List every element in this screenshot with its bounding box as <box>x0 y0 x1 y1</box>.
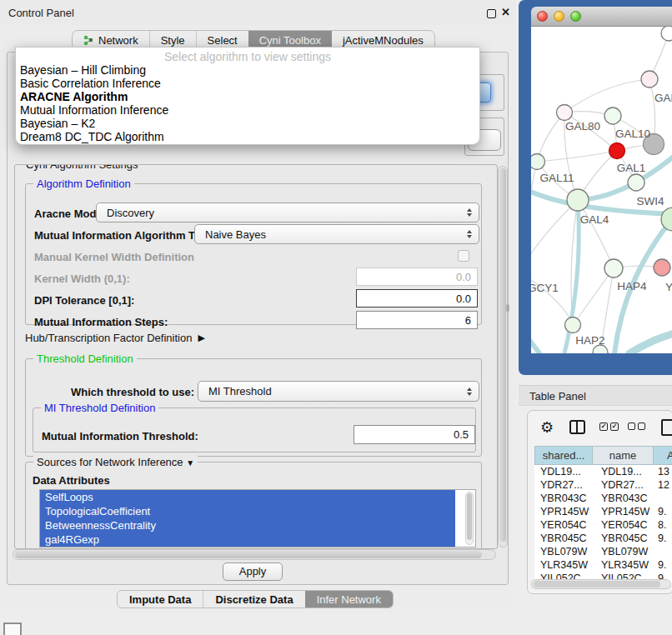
dpi-tolerance-label: DPI Tolerance [0,1]: <box>34 294 134 307</box>
close-icon[interactable]: ✕ <box>501 6 510 18</box>
column-header-shared-name[interactable]: shared... <box>534 446 593 465</box>
network-node-gal1[interactable] <box>628 174 644 191</box>
tab-infer-network[interactable]: Infer Network <box>305 591 393 608</box>
split-columns-icon[interactable] <box>569 420 585 434</box>
tab-label: Network <box>98 34 138 47</box>
which-threshold-select[interactable]: MI Threshold <box>198 381 479 402</box>
table-row[interactable]: YPR145WYPR145W9. <box>534 505 672 518</box>
which-threshold-label: Which threshold to use: <box>71 386 194 398</box>
network-icon <box>83 35 94 46</box>
table-row[interactable]: YLR345WYLR345W9. <box>534 558 672 572</box>
network-thick-edges <box>531 156 672 353</box>
cell-name: YBR043C <box>593 492 654 505</box>
list-item[interactable]: BetweennessCentrality <box>40 518 455 532</box>
gear-icon[interactable]: ⚙ <box>540 418 554 437</box>
scrollbar-thumb[interactable] <box>15 551 482 558</box>
manual-kernel-checkbox[interactable] <box>458 250 469 262</box>
tab-label: Style <box>161 34 185 47</box>
dropdown-item[interactable]: Bayesian – Hill Climbing <box>16 63 479 77</box>
select-all-columns-icon[interactable]: ✓ ✓ <box>599 422 619 431</box>
table-row[interactable]: YBL079WYBL079W <box>534 545 672 558</box>
data-attributes-list[interactable]: SelfLoops TopologicalCoefficient Between… <box>39 489 476 548</box>
table-body: YDL19...YDL19...13 YDR27...YDR27...12 YB… <box>534 465 672 585</box>
split-pane-handle[interactable] <box>506 304 509 312</box>
screenshot-stage: Control Panel ✕ Network Style Select Cyn… <box>0 0 672 635</box>
chevron-down-icon[interactable]: ▼ <box>186 458 194 468</box>
dpi-tolerance-field[interactable]: 0.0 <box>356 289 478 308</box>
list-item[interactable]: gal4RGexp <box>40 532 455 547</box>
tab-discretize-data[interactable]: Discretize Data <box>203 591 304 608</box>
table-row[interactable]: YDL19...YDL19...13 <box>534 465 672 478</box>
kernel-width-field[interactable]: 0.0 <box>356 268 478 286</box>
network-node-gal11[interactable] <box>531 154 545 170</box>
mi-threshold-label: Mutual Information Threshold: <box>42 430 198 442</box>
dropdown-item-list: Bayesian – Hill Climbing Basic Correlati… <box>16 63 479 143</box>
cell-name: YPR145W <box>593 505 654 518</box>
table-row[interactable]: YER054CYER054C8. <box>534 518 672 532</box>
minimized-panel-icon[interactable] <box>3 622 22 635</box>
control-panel-title: Control Panel <box>8 7 74 19</box>
tab-label: Infer Network <box>317 593 381 606</box>
network-node-hap4[interactable] <box>604 259 623 278</box>
dropdown-item[interactable]: Mutual Information Inference <box>16 103 479 117</box>
close-traffic-light-icon[interactable] <box>537 11 548 22</box>
mi-steps-field[interactable]: 6 <box>356 311 478 329</box>
tab-label: Cyni Toolbox <box>259 34 321 47</box>
list-item[interactable]: SelfLoops <box>40 490 455 504</box>
mi-type-value: Naive Bayes <box>195 228 464 241</box>
scrollbar-thumb[interactable] <box>499 168 506 542</box>
network-node-salmon[interactable] <box>654 259 670 276</box>
dropdown-item[interactable]: Dream8 DC_TDC Algorithm <box>16 130 479 143</box>
cell-name: YBR045C <box>593 532 654 545</box>
export-table-icon[interactable] <box>661 419 672 436</box>
sources-group-title: Sources for Network Inference ▼ <box>33 456 198 468</box>
table-row[interactable]: YBR045CYBR045C9. <box>534 532 672 545</box>
table-row[interactable]: YBR043CYBR043C <box>534 492 672 505</box>
mi-threshold-field[interactable]: 0.5 <box>354 425 475 444</box>
settings-horizontal-scrollbar[interactable] <box>13 549 496 560</box>
hub-definition-toggle[interactable]: Hub/Transcription Factor Definition ▶ <box>25 332 205 344</box>
dropdown-item[interactable]: Bayesian – K2 <box>16 117 479 130</box>
list-item[interactable]: TopologicalCoefficient <box>40 504 455 518</box>
node-label: HAP4 <box>617 280 647 292</box>
cell-value: 9. <box>654 532 672 545</box>
cell-value: 12 <box>654 478 672 492</box>
column-header-partial[interactable]: A <box>654 446 672 465</box>
apply-button[interactable]: Apply <box>223 562 283 581</box>
network-node[interactable] <box>661 27 672 41</box>
which-threshold-value: MI Threshold <box>198 385 464 398</box>
tab-impute-data[interactable]: Impute Data <box>118 591 203 608</box>
scrollbar-thumb[interactable] <box>534 581 660 588</box>
network-node-hap2[interactable] <box>565 318 581 333</box>
node-label: GAL1 <box>617 162 646 174</box>
dropdown-item-selected[interactable]: ARACNE Algorithm <box>16 90 479 103</box>
attributes-scrollbar[interactable] <box>465 492 474 545</box>
float-window-icon[interactable] <box>487 9 496 18</box>
network-canvas[interactable]: GAL80 GAL10 GAL1 GAL11 GAL4 SWI4 GCY1 HA… <box>531 27 672 353</box>
column-header-name[interactable]: name <box>593 446 654 465</box>
control-panel-window: Control Panel ✕ Network Style Select Cyn… <box>0 0 515 613</box>
mi-type-select[interactable]: Naive Bayes <box>194 224 479 244</box>
network-node-gal4[interactable] <box>567 189 589 211</box>
cell-value: 8. <box>654 518 672 532</box>
cell-name: YLR345W <box>593 558 654 572</box>
scrollbar-thumb[interactable] <box>467 493 472 540</box>
table-toolbar: ⚙ ✓ ✓ <box>528 418 672 439</box>
zoom-traffic-light-icon[interactable] <box>570 11 581 22</box>
table-horizontal-scrollbar[interactable] <box>531 579 671 589</box>
dropdown-item[interactable]: Basic Correlation Inference <box>16 77 479 90</box>
aracne-mode-value: Discovery <box>97 207 464 219</box>
settings-vertical-scrollbar[interactable] <box>498 166 508 548</box>
cell-name: YBL079W <box>593 545 654 558</box>
network-node-gal[interactable] <box>641 71 658 88</box>
aracne-mode-select[interactable]: Discovery <box>96 202 479 222</box>
tab-label: Discretize Data <box>215 593 293 606</box>
settings-group-title: Cyni Algorithm Settings <box>23 164 141 171</box>
network-node-gal10[interactable] <box>604 108 621 124</box>
network-node-gal80[interactable] <box>557 105 573 121</box>
table-row[interactable]: YDR27...YDR27...12 <box>534 478 672 492</box>
minimize-traffic-light-icon[interactable] <box>554 11 564 22</box>
deselect-all-columns-icon[interactable] <box>628 422 645 430</box>
tab-label: Select <box>208 34 238 47</box>
network-node-selected-red[interactable] <box>609 143 625 159</box>
